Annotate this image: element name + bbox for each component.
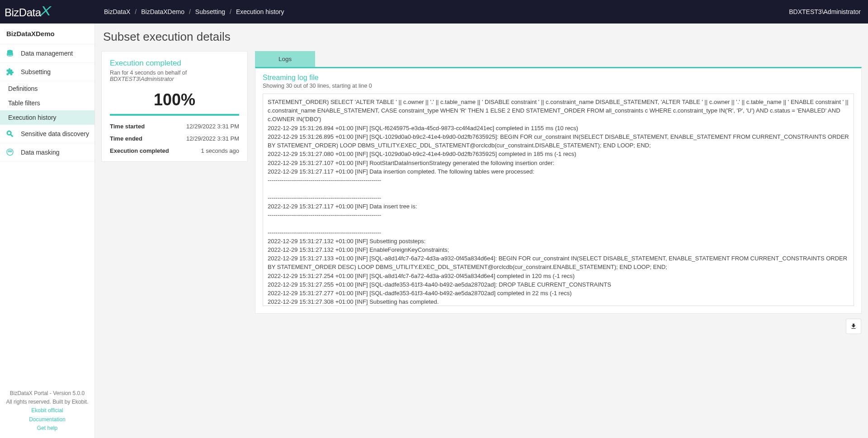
- project-title: BizDataXDemo: [0, 24, 94, 44]
- mask-icon: [5, 148, 14, 157]
- breadcrumb-sep: /: [230, 8, 231, 15]
- sidebar-subitem-execution-history[interactable]: Execution history: [0, 110, 94, 125]
- sidebar-subitem-table-filters[interactable]: Table filters: [0, 96, 94, 110]
- sidebar-item-label: Sensitive data discovery: [21, 130, 89, 137]
- progress-percent: 100%: [110, 90, 239, 109]
- kv-value: 12/29/2022 3:31 PM: [186, 135, 239, 142]
- puzzle-icon: [5, 67, 14, 76]
- footer-version: BizDataX Portal - Version 5.0.0: [5, 389, 89, 398]
- sidebar-footer: BizDataX Portal - Version 5.0.0 All righ…: [0, 384, 94, 438]
- user-label[interactable]: BDXTEST3\Administrator: [789, 8, 861, 15]
- summary-subtitle: Ran for 4 seconds on behalf of BDXTEST3\…: [110, 70, 239, 82]
- log-subtitle: Showing 30 out of 30 lines, starting at …: [263, 83, 854, 89]
- sidebar-subitem-definitions[interactable]: Definitions: [0, 81, 94, 96]
- logo-text: BizData: [5, 6, 41, 19]
- kv-key: Time started: [110, 123, 145, 130]
- summary-ran-user: BDXTEST3\Administrator: [110, 76, 174, 82]
- sidebar-item-data-masking[interactable]: Data masking: [0, 143, 94, 162]
- footer-link-help[interactable]: Get help: [5, 424, 89, 433]
- tabs: Logs: [255, 51, 862, 67]
- search-icon: [5, 129, 14, 138]
- kv-key: Time ended: [110, 135, 142, 142]
- page-title: Subset execution details: [101, 30, 862, 44]
- kv-key: Execution completed: [110, 147, 169, 154]
- footer-link-ekobit[interactable]: Ekobit official: [5, 406, 89, 415]
- breadcrumb-item[interactable]: BizDataXDemo: [141, 8, 184, 15]
- log-title: Streaming log file: [263, 74, 854, 82]
- footer-rights: All rights reserved. Built by Ekobit.: [5, 398, 89, 406]
- breadcrumb-sep: /: [189, 8, 191, 15]
- logo[interactable]: BizDataX: [0, 0, 95, 24]
- summary-title: Execution completed: [110, 59, 239, 68]
- log-card: Streaming log file Showing 30 out of 30 …: [255, 67, 862, 314]
- breadcrumb-item[interactable]: Subsetting: [195, 8, 225, 15]
- kv-row: Execution completed 1 seconds ago: [110, 145, 239, 157]
- summary-ran-prefix: Ran for 4 seconds on behalf of: [110, 70, 187, 76]
- logo-x-icon: X: [40, 3, 51, 19]
- sidebar-item-label: Subsetting: [21, 68, 51, 75]
- kv-row: Time started 12/29/2022 3:31 PM: [110, 120, 239, 132]
- svg-point-1: [7, 50, 13, 52]
- sidebar: BizDataXDemo Data management Subsetting …: [0, 24, 95, 438]
- breadcrumbs: BizDataX / BizDataXDemo / Subsetting / E…: [95, 8, 789, 15]
- breadcrumb-sep: /: [135, 8, 137, 15]
- sidebar-item-label: Data masking: [21, 149, 60, 156]
- download-button[interactable]: [846, 319, 861, 334]
- nav: Data management Subsetting Definitions T…: [0, 44, 94, 384]
- topbar: BizDataX BizDataX / BizDataXDemo / Subse…: [0, 0, 868, 24]
- kv-value: 12/29/2022 3:31 PM: [186, 123, 239, 130]
- logs-column: Logs Streaming log file Showing 30 out o…: [255, 51, 862, 314]
- kv-value: 1 seconds ago: [201, 147, 239, 154]
- kv-row: Time ended 12/29/2022 3:31 PM: [110, 132, 239, 145]
- sidebar-item-data-management[interactable]: Data management: [0, 44, 94, 63]
- database-icon: [5, 49, 14, 58]
- footer-link-docs[interactable]: Documentation: [5, 415, 89, 424]
- execution-summary-card: Execution completed Ran for 4 seconds on…: [101, 51, 248, 162]
- sidebar-item-subsetting[interactable]: Subsetting: [0, 63, 94, 81]
- log-output[interactable]: STATEMENT_ORDER) SELECT 'ALTER TABLE ' |…: [263, 94, 854, 306]
- main-content: Subset execution details Execution compl…: [95, 24, 868, 438]
- sidebar-item-label: Data management: [21, 50, 73, 57]
- progress-bar: [110, 114, 239, 116]
- tab-logs[interactable]: Logs: [255, 51, 315, 67]
- download-icon: [850, 323, 857, 330]
- sidebar-item-sensitive-discovery[interactable]: Sensitive data discovery: [0, 125, 94, 143]
- breadcrumb-item[interactable]: BizDataX: [104, 8, 130, 15]
- breadcrumb-item[interactable]: Execution history: [236, 8, 284, 15]
